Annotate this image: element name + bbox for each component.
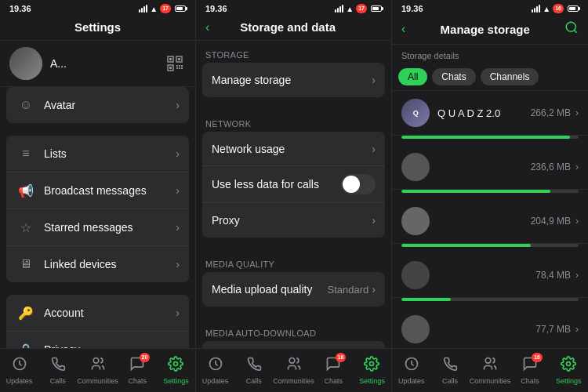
storage-item-row-3[interactable]: 78,4 MB › — [392, 253, 588, 298]
filter-all[interactable]: All — [398, 68, 427, 85]
menu-item-account[interactable]: 🔑 Account › — [6, 295, 189, 332]
menu-item-network-usage[interactable]: Network usage › — [202, 132, 385, 166]
svg-rect-10 — [181, 67, 183, 69]
storage-data-header-row: ‹ Storage and data — [205, 20, 382, 34]
storage-bar-row-0 — [392, 136, 588, 145]
manage-storage-title: Manage storage — [441, 23, 530, 36]
tab-chats-label-1: Chats — [129, 377, 147, 385]
menu-item-broadcast[interactable]: 📢 Broadcast messages › — [6, 172, 189, 209]
tab-calls-label-2: Calls — [246, 377, 262, 385]
avatar-chevron: › — [176, 99, 180, 111]
menu-item-proxy[interactable]: Proxy › — [202, 203, 385, 238]
chats-tab-icon-2: 18 — [325, 356, 341, 376]
lists-icon: ≡ — [16, 143, 36, 164]
svg-rect-3 — [178, 58, 180, 60]
menu-item-less-data[interactable]: Use less data for calls — [202, 166, 385, 203]
storage-size-0: 266,2 MB — [531, 107, 571, 118]
settings-title: Settings — [9, 20, 186, 34]
tab-communities-3[interactable]: Communities — [470, 356, 511, 385]
storage-item-0[interactable]: Q Q U A D Z 2.0 266,2 MB › — [392, 91, 588, 145]
storage-item-2[interactable]: 204,9 MB › — [392, 199, 588, 253]
svg-rect-11 — [181, 65, 183, 67]
svg-rect-1 — [169, 58, 172, 60]
svg-rect-7 — [179, 65, 180, 67]
menu-item-privacy[interactable]: 🔒 Privacy › — [6, 332, 189, 348]
panel-settings: 19.36 ▲ 17 Settings A... — [0, 0, 196, 392]
menu-item-photos[interactable]: Photos Off › — [202, 341, 385, 348]
upload-quality-chevron: › — [372, 283, 376, 296]
menu-item-upload-quality[interactable]: Media upload quality Standard › — [202, 272, 385, 307]
menu-item-starred[interactable]: ☆ Starred messages › — [6, 209, 189, 246]
tab-communities-1[interactable]: Communities — [77, 356, 118, 385]
storage-data-header: ‹ Storage and data — [196, 17, 391, 41]
storage-avatar-3 — [401, 261, 430, 289]
tab-settings-1[interactable]: Settings — [157, 356, 195, 385]
settings-tab-icon-1 — [168, 356, 183, 376]
storage-size-2: 204,9 MB — [531, 216, 571, 227]
tab-settings-2[interactable]: Settings — [353, 356, 391, 385]
tab-chats-2[interactable]: 18 Chats — [314, 356, 353, 385]
wifi-icon-1: ▲ — [150, 5, 158, 13]
storage-avatar-1 — [401, 153, 430, 181]
back-button-2[interactable]: ‹ — [205, 21, 209, 34]
menu-item-manage-storage[interactable]: Manage storage › — [202, 63, 385, 97]
linked-label: Linked devices — [44, 258, 176, 270]
auto-download-group: Photos Off › Audio Off › Video Off › Doc… — [202, 341, 385, 348]
tab-calls-1[interactable]: Calls — [38, 356, 77, 385]
storage-item-row-1[interactable]: 236,6 MB › — [392, 145, 588, 190]
qr-icon[interactable] — [164, 53, 186, 74]
proxy-chevron: › — [372, 214, 376, 227]
settings-header: Settings — [0, 17, 195, 41]
upload-quality-value: Standard — [328, 284, 369, 296]
tab-calls-2[interactable]: Calls — [234, 356, 273, 385]
account-group: 🔑 Account › 🔒 Privacy › 💬 Chats › 🔔 Noti… — [6, 295, 189, 348]
storage-item-row-4[interactable]: 77,7 MB › — [392, 307, 588, 348]
status-bar-1: 19.36 ▲ 17 — [0, 0, 195, 17]
profile-row[interactable]: A... — [0, 41, 195, 87]
filter-bar: All Chats Channels — [392, 64, 588, 91]
less-data-toggle[interactable] — [341, 174, 376, 194]
account-icon: 🔑 — [16, 303, 36, 323]
status-time-3: 19.36 — [401, 4, 423, 13]
tab-updates-1[interactable]: Updates — [0, 356, 38, 385]
svg-point-17 — [370, 362, 374, 366]
storage-item-row-2[interactable]: 204,9 MB › — [392, 199, 588, 244]
svg-rect-9 — [179, 67, 180, 69]
storage-bar-row-1 — [392, 190, 588, 199]
storage-item-row-0[interactable]: Q Q U A D Z 2.0 266,2 MB › — [392, 91, 588, 136]
storage-avatar-0: Q — [401, 99, 430, 127]
tab-communities-2[interactable]: Communities — [273, 356, 314, 385]
signal-icon-1 — [139, 5, 147, 13]
menu-item-lists[interactable]: ≡ Lists › — [6, 136, 189, 172]
tab-chats-label-3: Chats — [521, 377, 539, 385]
tab-calls-label-1: Calls — [50, 377, 66, 385]
status-bar-3: 19.36 ▲ 16 — [392, 0, 588, 17]
tab-chats-3[interactable]: 16 Chats — [510, 356, 549, 385]
storage-item-4[interactable]: 77,7 MB › — [392, 307, 588, 348]
updates-icon-3 — [404, 356, 419, 376]
storage-size-1: 236,6 MB — [531, 162, 571, 172]
menu-item-avatar[interactable]: ☺ Avatar › — [6, 87, 189, 123]
tab-chats-1[interactable]: 20 Chats — [118, 356, 157, 385]
filter-channels[interactable]: Channels — [481, 68, 539, 85]
avatar-label: Avatar — [44, 99, 176, 111]
menu-item-linked[interactable]: 🖥 Linked devices › — [6, 246, 189, 282]
settings-tab-icon-2 — [364, 356, 379, 376]
storage-chevron-0: › — [575, 107, 579, 118]
filter-chats[interactable]: Chats — [432, 68, 475, 85]
tab-updates-2[interactable]: Updates — [196, 356, 234, 385]
back-button-3[interactable]: ‹ — [401, 23, 405, 35]
tab-settings-label-3: Settings — [556, 377, 582, 385]
storage-item-3[interactable]: 78,4 MB › — [392, 253, 588, 307]
lists-label: Lists — [44, 147, 176, 160]
battery-icon-1 — [175, 5, 186, 12]
tab-updates-3[interactable]: Updates — [392, 356, 430, 385]
tab-settings-3[interactable]: Settings — [550, 356, 588, 385]
tab-calls-3[interactable]: Calls — [430, 356, 469, 385]
chats-tab-icon-1: 20 — [129, 356, 145, 376]
storage-bar-fill-1 — [401, 190, 550, 193]
search-button-3[interactable] — [564, 20, 579, 38]
broadcast-chevron: › — [176, 184, 180, 197]
storage-item-1[interactable]: 236,6 MB › — [392, 145, 588, 199]
calls-icon-3 — [442, 356, 458, 376]
